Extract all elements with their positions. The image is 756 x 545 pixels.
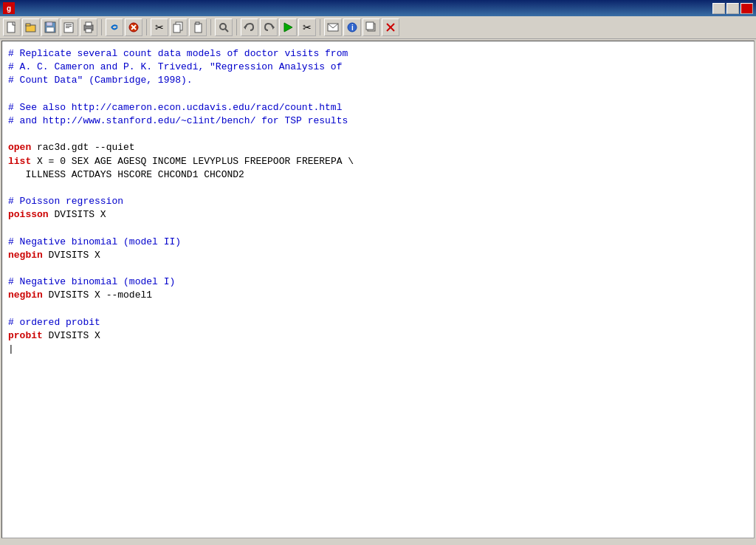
code-line: # and http://www.stanford.edu/~clint/ben… bbox=[8, 114, 748, 128]
svg-point-20 bbox=[220, 24, 226, 30]
app-icon: g bbox=[3, 2, 15, 14]
info-button[interactable]: i bbox=[343, 18, 361, 36]
copy-button[interactable] bbox=[170, 18, 188, 36]
code-line: # A. C. Cameron and P. K. Trivedi, "Regr… bbox=[8, 61, 748, 74]
code-line bbox=[8, 262, 748, 275]
cut-button[interactable]: ✂ bbox=[151, 18, 168, 36]
separator-1 bbox=[101, 19, 102, 35]
window-controls bbox=[712, 3, 753, 14]
svg-rect-7 bbox=[66, 24, 72, 25]
code-line bbox=[8, 343, 748, 356]
code-line bbox=[8, 182, 748, 195]
new-button[interactable] bbox=[3, 18, 21, 36]
code-line bbox=[8, 222, 748, 235]
code-line: # Count Data" (Cambridge, 1998). bbox=[8, 74, 748, 87]
svg-rect-18 bbox=[195, 24, 202, 32]
svg-marker-24 bbox=[284, 23, 292, 32]
svg-rect-29 bbox=[366, 22, 374, 30]
title-bar: g bbox=[0, 0, 756, 16]
code-line: negbin DVISITS X --model1 bbox=[8, 289, 748, 302]
redo-button[interactable] bbox=[260, 18, 278, 36]
code-line: # Negative binomial (model II) bbox=[8, 236, 748, 249]
svg-marker-22 bbox=[244, 25, 246, 30]
run-button[interactable] bbox=[279, 18, 297, 36]
copy2-button[interactable] bbox=[362, 18, 380, 36]
close-button[interactable] bbox=[740, 3, 753, 14]
separator-3 bbox=[210, 19, 211, 35]
separator-5 bbox=[320, 19, 320, 35]
svg-rect-8 bbox=[66, 26, 72, 27]
undo-button[interactable] bbox=[241, 18, 258, 36]
svg-line-21 bbox=[225, 29, 228, 32]
print-button[interactable] bbox=[80, 18, 97, 36]
svg-rect-11 bbox=[86, 22, 92, 26]
svg-marker-23 bbox=[272, 25, 275, 30]
find-button[interactable] bbox=[215, 18, 233, 36]
svg-rect-19 bbox=[196, 22, 199, 24]
open-button[interactable] bbox=[22, 18, 40, 36]
code-line bbox=[8, 128, 748, 141]
svg-rect-5 bbox=[47, 27, 54, 32]
code-line: # Poisson regression bbox=[8, 195, 748, 208]
close-file-button[interactable] bbox=[382, 18, 399, 36]
toolbar: ✂ ✂ i bbox=[0, 16, 756, 39]
code-line: list X = 0 SEX AGE AGESQ INCOME LEVYPLUS… bbox=[8, 155, 748, 168]
minimize-button[interactable] bbox=[712, 3, 725, 14]
svg-text:i: i bbox=[351, 24, 354, 32]
editor-area[interactable]: # Replicate several count data models of… bbox=[1, 41, 755, 538]
paste-button[interactable] bbox=[189, 18, 207, 36]
scissors-button[interactable]: ✂ bbox=[298, 18, 316, 36]
code-line: # ordered probit bbox=[8, 316, 748, 329]
code-line bbox=[8, 88, 748, 101]
code-line: poisson DVISITS X bbox=[8, 208, 748, 222]
code-line: open rac3d.gdt --quiet bbox=[8, 141, 748, 154]
stop-button[interactable] bbox=[125, 18, 142, 36]
svg-rect-2 bbox=[26, 24, 30, 26]
separator-4 bbox=[236, 19, 237, 35]
svg-rect-17 bbox=[173, 24, 180, 32]
link-button[interactable] bbox=[106, 18, 123, 36]
svg-rect-9 bbox=[66, 27, 69, 28]
svg-rect-4 bbox=[47, 22, 52, 26]
code-line: negbin DVISITS X bbox=[8, 249, 748, 262]
code-line: ILLNESS ACTDAYS HSCORE CHCOND1 CHCOND2 bbox=[8, 168, 748, 182]
save-button[interactable] bbox=[41, 18, 59, 36]
svg-rect-12 bbox=[86, 29, 92, 32]
saveas-button[interactable] bbox=[61, 18, 78, 36]
maximize-button[interactable] bbox=[726, 3, 739, 14]
code-line: # See also http://cameron.econ.ucdavis.e… bbox=[8, 101, 748, 114]
code-line: # Replicate several count data models of… bbox=[8, 47, 748, 61]
mail-button[interactable] bbox=[324, 18, 342, 36]
code-line: probit DVISITS X bbox=[8, 329, 748, 343]
code-line bbox=[8, 303, 748, 316]
code-line: # Negative binomial (model I) bbox=[8, 275, 748, 289]
separator-2 bbox=[146, 19, 147, 35]
